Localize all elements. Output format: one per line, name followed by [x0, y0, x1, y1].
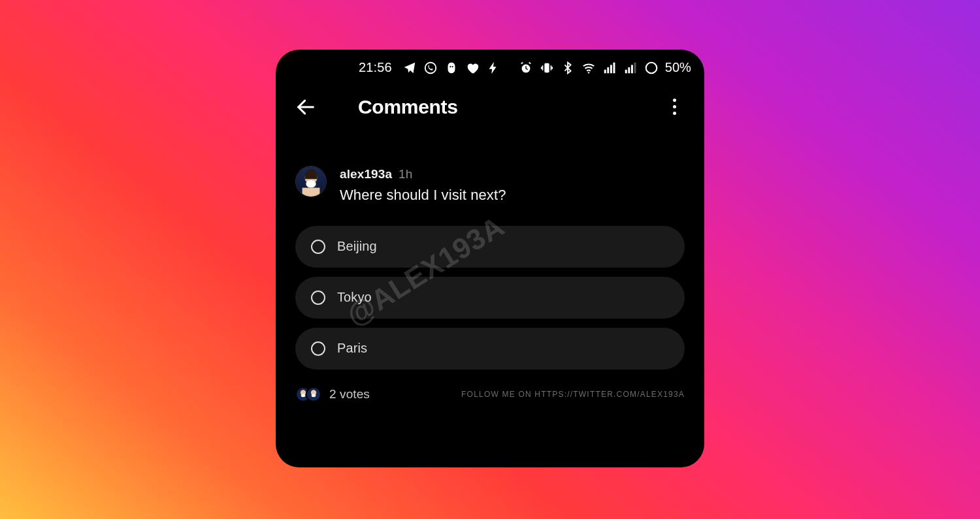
heart-icon	[465, 61, 480, 75]
bluetooth-icon	[561, 61, 575, 75]
svg-rect-6	[610, 65, 612, 73]
svg-rect-8	[625, 69, 627, 73]
svg-rect-9	[628, 67, 630, 73]
vibrate-icon	[540, 61, 554, 75]
svg-rect-16	[302, 187, 320, 196]
vote-count[interactable]: 2 votes	[329, 387, 370, 401]
gradient-background: 21:56 50% Commen	[0, 0, 980, 519]
svg-point-0	[425, 62, 436, 73]
svg-rect-2	[544, 63, 549, 72]
author-username[interactable]: alex193a	[340, 167, 392, 181]
svg-rect-7	[613, 62, 615, 73]
status-bar: 21:56 50%	[276, 50, 704, 86]
post-text: Where should I visit next?	[340, 187, 506, 204]
svg-point-22	[312, 394, 316, 397]
svg-rect-4	[604, 69, 606, 73]
svg-rect-11	[634, 62, 636, 73]
comment-post: alex193a 1h Where should I visit next?	[276, 137, 704, 210]
device-frame: 21:56 50% Commen	[276, 50, 704, 467]
alarm-icon	[519, 61, 533, 75]
duolingo-icon	[444, 61, 459, 75]
screen: 21:56 50% Commen	[276, 50, 704, 467]
option-label: Tokyo	[337, 290, 372, 305]
post-meta: alex193a 1h	[340, 166, 506, 181]
back-button[interactable]	[290, 91, 321, 123]
poll-footer: 2 votes FOLLOW ME ON HTTPS://TWITTER.COM…	[276, 370, 704, 402]
svg-point-3	[587, 72, 589, 73]
author-avatar[interactable]	[295, 166, 327, 197]
wifi-icon	[581, 61, 596, 75]
whatsapp-icon	[423, 61, 438, 75]
status-time: 21:56	[359, 60, 392, 75]
arrow-left-icon	[295, 96, 317, 118]
radio-icon	[311, 341, 325, 356]
voter-avatars[interactable]	[295, 386, 321, 402]
radio-icon	[311, 291, 325, 305]
page-title: Comments	[358, 96, 458, 118]
app-header: Comments	[276, 86, 704, 137]
telegram-icon	[402, 61, 417, 75]
kebab-icon	[673, 99, 676, 115]
bolt-icon	[486, 61, 500, 75]
svg-point-12	[645, 62, 657, 73]
data-saver-icon	[644, 61, 659, 75]
svg-point-15	[306, 180, 316, 188]
signal-2-icon	[623, 61, 638, 75]
post-time: 1h	[399, 167, 412, 181]
follow-caption: FOLLOW ME ON HTTPS://TWITTER.COM/ALEX193…	[461, 390, 685, 399]
radio-icon	[311, 240, 325, 254]
poll-option-2[interactable]: Tokyo	[295, 277, 685, 319]
signal-icon	[602, 61, 617, 75]
voter-avatar	[306, 386, 321, 402]
more-options-button[interactable]	[659, 91, 690, 123]
battery-text: 50%	[665, 60, 691, 75]
post-body: alex193a 1h Where should I visit next?	[340, 166, 506, 204]
poll-options: Beijing Tokyo Paris	[276, 210, 704, 370]
svg-point-19	[301, 394, 306, 397]
option-label: Beijing	[337, 239, 377, 254]
svg-rect-10	[631, 65, 633, 73]
poll-option-3[interactable]: Paris	[295, 328, 685, 370]
option-label: Paris	[337, 341, 367, 356]
svg-rect-5	[607, 67, 609, 73]
poll-option-1[interactable]: Beijing	[295, 226, 685, 268]
